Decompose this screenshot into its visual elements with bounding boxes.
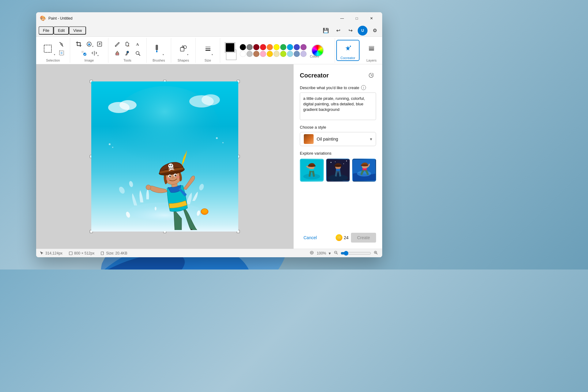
pencil-button[interactable]	[112, 40, 122, 48]
color-green[interactable]	[280, 44, 286, 50]
color-blue[interactable]	[287, 44, 293, 50]
canvas-wrapper	[91, 81, 238, 232]
canvas-area[interactable]	[36, 64, 293, 249]
style-select[interactable]: Oil painting ▾	[300, 132, 376, 146]
color-light-gray[interactable]	[247, 51, 253, 57]
svg-point-30	[202, 94, 220, 105]
remove-bg-button[interactable]	[79, 49, 89, 58]
history-button[interactable]	[366, 70, 376, 80]
menu-file[interactable]: File	[39, 26, 54, 35]
svg-point-67	[328, 175, 348, 181]
magnifier-button[interactable]	[133, 49, 143, 58]
variation-3[interactable]	[352, 159, 376, 182]
svg-line-82	[337, 253, 337, 254]
brushes-group: ▾ Brushes	[147, 38, 171, 63]
text-button[interactable]: A	[133, 40, 143, 48]
size-button[interactable]: ▾	[201, 41, 215, 57]
zoom-percent: 100%	[317, 251, 326, 255]
size-label: Size	[205, 58, 211, 62]
cocreator-button[interactable]	[341, 42, 355, 55]
color-lavender[interactable]	[300, 51, 307, 57]
file-size: Size: 20.4KB	[106, 251, 127, 255]
svg-point-56	[129, 181, 134, 187]
crop-button[interactable]	[74, 40, 84, 48]
layers-button[interactable]	[365, 42, 378, 55]
free-select-button[interactable]	[57, 40, 66, 48]
color-slate[interactable]	[294, 51, 300, 57]
cocreator-label: Cocreator	[341, 56, 355, 60]
cocreator-group: Cocreator	[336, 40, 360, 61]
color-purple[interactable]	[300, 44, 307, 50]
color-light-blue[interactable]	[287, 51, 293, 57]
maximize-button[interactable]: □	[350, 13, 364, 23]
fill-button[interactable]	[123, 40, 132, 48]
color-cream[interactable]	[273, 51, 280, 57]
create-button[interactable]: Create	[351, 233, 376, 243]
color-dark-red[interactable]	[253, 44, 259, 50]
redo-button[interactable]: ↪	[345, 26, 355, 36]
zoom-in-button[interactable]	[373, 250, 379, 256]
cursor-position: 314,124px	[40, 251, 62, 255]
color-indigo[interactable]	[294, 44, 300, 50]
color-white[interactable]	[240, 51, 246, 57]
svg-point-57	[198, 183, 205, 191]
selection-tool-button[interactable]: ▾	[40, 41, 56, 57]
cancel-button[interactable]: Cancel	[300, 233, 321, 243]
color-picker-button[interactable]	[123, 49, 132, 58]
describe-label: Describe what you'd like to create i	[300, 85, 376, 90]
svg-point-59	[112, 147, 113, 148]
color-yellow[interactable]	[273, 44, 280, 50]
variation-1[interactable]	[300, 159, 324, 182]
cocreator-content	[341, 42, 355, 55]
svg-point-58	[109, 143, 111, 145]
eraser-button[interactable]	[112, 49, 122, 58]
canvas-artwork	[91, 81, 238, 232]
image-group: ▾	[70, 38, 108, 63]
undo-button[interactable]: ↩	[333, 26, 343, 36]
selection-label: Selection	[46, 58, 60, 62]
color-gray[interactable]	[247, 44, 253, 50]
info-icon[interactable]: i	[361, 85, 366, 90]
save-button[interactable]: 💾	[321, 26, 331, 36]
ai-refine-button[interactable]: ▾	[84, 40, 94, 48]
chevron-zoom-down-icon[interactable]: ▾	[328, 250, 331, 256]
color-black[interactable]	[240, 44, 246, 50]
flip-button[interactable]: ▾	[89, 49, 99, 58]
zoom-out-button[interactable]	[333, 250, 339, 256]
size-content: ▾	[201, 39, 215, 58]
credits-count: 24	[344, 235, 349, 240]
canvas-image[interactable]	[91, 81, 238, 232]
menu-view[interactable]: View	[69, 26, 86, 35]
color-brown[interactable]	[253, 51, 259, 57]
color-lime[interactable]	[280, 51, 286, 57]
svg-rect-2	[44, 45, 51, 52]
close-button[interactable]: ✕	[364, 13, 379, 23]
magic-select-button[interactable]	[57, 49, 66, 57]
svg-point-10	[83, 53, 86, 56]
panel-header: Cocreator	[300, 70, 376, 80]
color-red[interactable]	[260, 44, 266, 50]
menu-bar: File Edit View 💾 ↩ ↪ U ⚙	[36, 24, 382, 37]
variation-2[interactable]	[326, 159, 350, 182]
layers-label: Layers	[366, 58, 376, 62]
account-button[interactable]: U	[358, 26, 368, 36]
minimize-button[interactable]: —	[335, 13, 349, 23]
file-size-item: Size: 20.4KB	[100, 251, 127, 255]
tools-label: Tools	[123, 58, 131, 62]
color-orange[interactable]	[267, 44, 273, 50]
menu-edit[interactable]: Edit	[54, 26, 69, 35]
shapes-button[interactable]: ▾	[177, 41, 190, 57]
zoom-slider[interactable]	[341, 251, 371, 256]
color-pink[interactable]	[260, 51, 266, 57]
primary-color[interactable]	[225, 43, 235, 52]
prompt-input[interactable]: a little cute pirate, running, colorful,…	[300, 92, 376, 120]
zoom-level-button[interactable]	[309, 250, 315, 257]
svg-rect-6	[81, 51, 84, 53]
settings-button[interactable]: ⚙	[370, 26, 380, 36]
color-gold[interactable]	[267, 51, 273, 57]
brushes-button[interactable]: ▾	[152, 41, 166, 57]
svg-point-55	[118, 186, 126, 195]
zoom-controls: 100% ▾	[309, 250, 379, 257]
resize-button[interactable]	[95, 40, 104, 48]
selection-group: ▾	[36, 38, 70, 63]
